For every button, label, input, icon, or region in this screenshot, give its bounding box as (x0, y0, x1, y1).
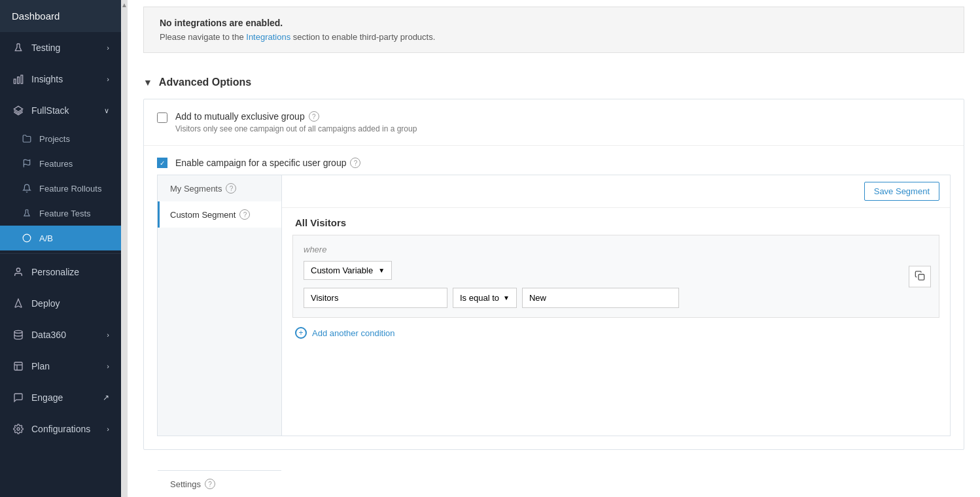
svg-point-5 (23, 234, 31, 242)
mutually-exclusive-help-icon[interactable]: ? (309, 111, 319, 122)
condition-block: where Custom Variable ▼ Is equal to ▼ (292, 235, 939, 318)
sidebar-item-dashboard[interactable]: Dashboard (0, 0, 121, 32)
plan-icon (12, 360, 25, 373)
settings-help-icon[interactable]: ? (205, 479, 215, 489)
bell-icon (21, 182, 33, 194)
svg-rect-1 (18, 77, 20, 84)
ab-label: A/B (39, 233, 53, 243)
my-segments-item[interactable]: My Segments ? (158, 175, 281, 201)
custom-segment-item[interactable]: Custom Segment ? (158, 201, 281, 228)
integration-desc-before: Please navigate to the (160, 32, 246, 42)
dashboard-label: Dashboard (12, 10, 60, 22)
segment-sidebar: My Segments ? Custom Segment ? Settings … (158, 175, 282, 436)
configurations-chevron: › (107, 425, 109, 433)
advanced-options-toggle-icon: ▼ (143, 77, 152, 88)
enable-campaign-label: Enable campaign for a specific user grou… (175, 158, 346, 168)
custom-segment-help-icon[interactable]: ? (239, 209, 250, 220)
sidebar-item-projects[interactable]: Projects (0, 126, 121, 151)
enable-campaign-help-icon[interactable]: ? (350, 158, 360, 168)
add-condition[interactable]: + Add another condition (282, 318, 950, 348)
engage-label: Engage (31, 392, 103, 403)
database-icon (12, 328, 25, 341)
beaker-icon (21, 207, 33, 219)
settings-label: Settings (170, 479, 201, 489)
gear-icon (12, 422, 25, 436)
integration-notice: No integrations are enabled. Please navi… (143, 7, 964, 53)
sidebar-item-feature-tests[interactable]: Feature Tests (0, 201, 121, 226)
divider-1 (0, 253, 121, 254)
segment-main: Save Segment All Visitors where Custom V… (282, 175, 950, 436)
operator-arrow: ▼ (503, 294, 510, 301)
deploy-label: Deploy (31, 298, 109, 309)
fullstack-chevron: ∨ (104, 107, 109, 115)
settings-item[interactable]: Settings ? (158, 471, 281, 497)
sidebar-item-engage[interactable]: Engage ↗ (0, 382, 121, 413)
advanced-options-content: Add to mutually exclusive group ? Visito… (143, 99, 964, 450)
mutually-exclusive-checkbox[interactable] (157, 112, 167, 123)
visitors-input[interactable] (304, 288, 447, 308)
custom-variable-arrow: ▼ (378, 267, 385, 274)
add-condition-plus-icon: + (295, 327, 307, 339)
sidebar-item-ab[interactable]: A/B (0, 226, 121, 250)
main-content: No integrations are enabled. Please navi… (128, 0, 980, 497)
ab-icon (21, 232, 33, 244)
enable-campaign-checkbox[interactable]: ✓ (157, 158, 167, 168)
add-condition-label: Add another condition (312, 328, 394, 338)
segment-header: Save Segment (282, 175, 950, 208)
sidebar-item-feature-rollouts[interactable]: Feature Rollouts (0, 176, 121, 201)
testing-label: Testing (31, 43, 107, 53)
sidebar-item-personalize[interactable]: Personalize (0, 256, 121, 288)
engage-external-icon: ↗ (103, 393, 109, 402)
personalize-label: Personalize (31, 267, 109, 277)
configurations-label: Configurations (31, 424, 107, 434)
integration-notice-desc: Please navigate to the Integrations sect… (160, 32, 948, 42)
data360-chevron: › (107, 331, 109, 339)
segment-panel: My Segments ? Custom Segment ? Settings … (157, 175, 951, 436)
copy-button[interactable] (909, 266, 931, 287)
scroll-up-arrow[interactable]: ▲ (121, 1, 128, 9)
sidebar-item-features[interactable]: Features (0, 151, 121, 176)
custom-variable-select[interactable]: Custom Variable ▼ (304, 261, 392, 280)
sidebar-item-data360[interactable]: Data360 › (0, 319, 121, 351)
svg-point-11 (17, 428, 20, 430)
sidebar-item-deploy[interactable]: Deploy (0, 288, 121, 319)
mutually-exclusive-content: Add to mutually exclusive group ? Visito… (175, 111, 417, 133)
svg-point-7 (14, 330, 22, 333)
data360-label: Data360 (31, 330, 107, 340)
person-icon (12, 266, 25, 279)
plan-chevron: › (107, 362, 109, 370)
condition-value-input[interactable] (522, 288, 679, 308)
advanced-options-title: Advanced Options (159, 77, 251, 88)
operator-select[interactable]: Is equal to ▼ (453, 288, 517, 308)
enable-campaign-row: ✓ Enable campaign for a specific user gr… (144, 146, 964, 175)
sidebar-item-configurations[interactable]: Configurations › (0, 413, 121, 445)
rocket-icon (12, 297, 25, 310)
integration-notice-title: No integrations are enabled. (160, 18, 948, 28)
testing-chevron: › (107, 44, 109, 52)
svg-rect-0 (14, 79, 16, 84)
layers-icon (12, 104, 25, 117)
custom-segment-label: Custom Segment (170, 210, 236, 220)
svg-point-6 (16, 268, 20, 271)
svg-rect-12 (919, 274, 924, 280)
feature-tests-label: Feature Tests (39, 209, 91, 218)
sidebar-item-plan[interactable]: Plan › (0, 351, 121, 382)
sidebar-item-testing[interactable]: Testing › (0, 32, 121, 63)
plan-label: Plan (31, 361, 107, 371)
sidebar-item-insights[interactable]: Insights › (0, 63, 121, 95)
advanced-options-header[interactable]: ▼ Advanced Options (128, 66, 980, 99)
features-label: Features (39, 159, 73, 169)
fullstack-label: FullStack (31, 105, 104, 116)
engage-icon (12, 391, 25, 404)
condition-row: Is equal to ▼ (304, 288, 928, 308)
my-segments-help-icon[interactable]: ? (226, 183, 236, 194)
integration-desc-after: section to enable third-party products. (290, 32, 435, 42)
all-visitors-title: All Visitors (282, 208, 950, 235)
scroll-indicator: ▲ (121, 0, 128, 497)
my-segments-label: My Segments (170, 184, 222, 194)
save-segment-button[interactable]: Save Segment (864, 182, 939, 201)
operator-label: Is equal to (460, 293, 499, 303)
integrations-link[interactable]: Integrations (246, 32, 290, 42)
sidebar-item-fullstack[interactable]: FullStack ∨ (0, 95, 121, 126)
feature-rollouts-label: Feature Rollouts (39, 184, 101, 194)
